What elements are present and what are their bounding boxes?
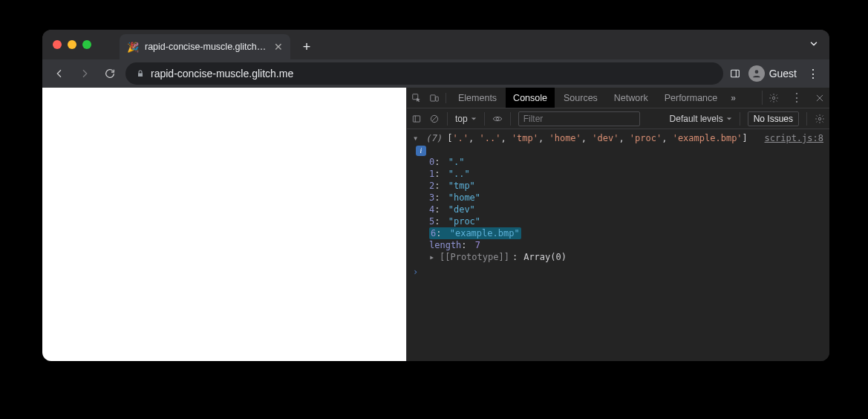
- levels-label: Default levels: [670, 114, 723, 124]
- browser-tab[interactable]: 🎉 rapid-concise-muscle.glitch.me ✕: [120, 34, 290, 59]
- forward-button[interactable]: [75, 64, 94, 83]
- array-entry[interactable]: 1: "..": [429, 168, 829, 180]
- window-controls: [53, 40, 91, 49]
- separator: [806, 112, 807, 126]
- page-viewport: [42, 88, 406, 361]
- devtools-panel: Elements Console Sources Network Perform…: [406, 88, 829, 361]
- close-window-button[interactable]: [53, 40, 62, 49]
- avatar-icon: [748, 65, 765, 82]
- svg-rect-4: [431, 94, 435, 100]
- console-toolbar: top Default levels No Issues: [407, 108, 829, 129]
- devtools-menu-button[interactable]: ⋮: [788, 91, 806, 105]
- disclosure-triangle-icon[interactable]: ▸: [429, 251, 437, 263]
- source-link[interactable]: script.js:8: [756, 132, 823, 144]
- context-label: top: [455, 114, 468, 124]
- array-entry[interactable]: 2: "tmp": [429, 180, 829, 192]
- close-tab-button[interactable]: ✕: [274, 41, 283, 53]
- array-entries: 0: "."1: ".."2: "tmp"3: "home"4: "dev"5:…: [407, 156, 829, 239]
- lock-icon: [136, 69, 145, 78]
- guest-label: Guest: [769, 68, 797, 79]
- minimize-window-button[interactable]: [68, 40, 76, 49]
- array-entry[interactable]: 5: "proc": [429, 215, 829, 227]
- sidebar-toggle-icon[interactable]: [411, 114, 422, 124]
- filter-input[interactable]: [518, 111, 640, 126]
- tab-network[interactable]: Network: [607, 88, 656, 108]
- svg-rect-5: [436, 97, 439, 101]
- context-selector[interactable]: top: [455, 114, 477, 124]
- console-output: ▾ (7) ['.', '..', 'tmp', 'home', 'dev', …: [407, 129, 829, 361]
- more-tabs-button[interactable]: »: [726, 93, 740, 103]
- svg-point-6: [772, 97, 775, 100]
- disclosure-triangle-icon[interactable]: ▾: [413, 132, 420, 144]
- svg-line-10: [432, 117, 437, 121]
- log-entry[interactable]: ▾ (7) ['.', '..', 'tmp', 'home', 'dev', …: [407, 132, 829, 156]
- favicon-icon: 🎉: [127, 42, 139, 53]
- device-toolbar-icon[interactable]: [429, 93, 440, 103]
- svg-point-2: [754, 70, 758, 74]
- main-menu-button[interactable]: ⋮: [804, 67, 822, 81]
- length-key: length: [429, 240, 461, 250]
- array-count: (7): [425, 133, 442, 143]
- svg-point-11: [496, 117, 499, 120]
- separator: [740, 112, 740, 126]
- array-entry[interactable]: 0: ".": [429, 156, 829, 168]
- new-tab-button[interactable]: +: [298, 39, 315, 55]
- tabs-dropdown-button[interactable]: [809, 39, 819, 52]
- devtools-tabs: Elements Console Sources Network Perform…: [407, 88, 829, 108]
- length-value: 7: [475, 240, 480, 250]
- tab-performance[interactable]: Performance: [657, 88, 725, 108]
- tab-console[interactable]: Console: [506, 88, 555, 108]
- separator: [447, 112, 448, 126]
- clear-console-icon[interactable]: [429, 114, 440, 124]
- back-button[interactable]: [50, 64, 69, 83]
- profile-button[interactable]: Guest: [748, 65, 797, 82]
- browser-window: 🎉 rapid-concise-muscle.glitch.me ✕ + rap…: [42, 30, 829, 361]
- live-expression-icon[interactable]: [492, 114, 503, 124]
- tab-sources[interactable]: Sources: [556, 88, 605, 108]
- address-bar[interactable]: rapid-concise-muscle.glitch.me: [125, 62, 723, 85]
- console-settings-icon[interactable]: [815, 114, 825, 124]
- svg-rect-7: [413, 115, 420, 121]
- issues-button[interactable]: No Issues: [748, 111, 799, 126]
- titlebar: 🎉 rapid-concise-muscle.glitch.me ✕ +: [42, 30, 829, 59]
- array-summary: (7) ['.', '..', 'tmp', 'home', 'dev', 'p…: [425, 133, 748, 143]
- info-icon[interactable]: i: [416, 146, 426, 156]
- side-panel-icon[interactable]: [729, 68, 741, 79]
- prototype-row[interactable]: ▸ [[Prototype]]: Array(0): [407, 251, 829, 263]
- prototype-value: Array(0): [523, 251, 567, 263]
- settings-icon[interactable]: [769, 93, 779, 103]
- inspect-element-icon[interactable]: [411, 93, 422, 103]
- array-entry[interactable]: 3: "home": [429, 192, 829, 204]
- separator: [510, 112, 511, 126]
- length-row: length: 7: [407, 239, 829, 251]
- close-devtools-button[interactable]: [815, 93, 825, 103]
- toolbar: rapid-concise-muscle.glitch.me Guest ⋮: [42, 59, 829, 88]
- devtools-trailing-tools: ⋮: [762, 91, 825, 105]
- console-prompt[interactable]: ›: [407, 263, 829, 281]
- array-entry[interactable]: 6: "example.bmp": [429, 227, 829, 239]
- prototype-label: [[Prototype]]: [440, 251, 509, 263]
- content-area: Elements Console Sources Network Perform…: [42, 88, 829, 361]
- separator: [484, 112, 485, 126]
- svg-point-12: [818, 117, 821, 120]
- tab-title: rapid-concise-muscle.glitch.me: [145, 42, 268, 52]
- log-levels-dropdown[interactable]: Default levels: [670, 114, 732, 124]
- url-text: rapid-concise-muscle.glitch.me: [151, 68, 293, 79]
- maximize-window-button[interactable]: [82, 40, 91, 49]
- reload-button[interactable]: [100, 64, 120, 83]
- svg-rect-0: [731, 70, 739, 77]
- array-entry[interactable]: 4: "dev": [429, 204, 829, 215]
- tab-elements[interactable]: Elements: [451, 88, 504, 108]
- toolbar-actions: Guest ⋮: [729, 65, 822, 82]
- devtools-leading-tools: [411, 93, 446, 103]
